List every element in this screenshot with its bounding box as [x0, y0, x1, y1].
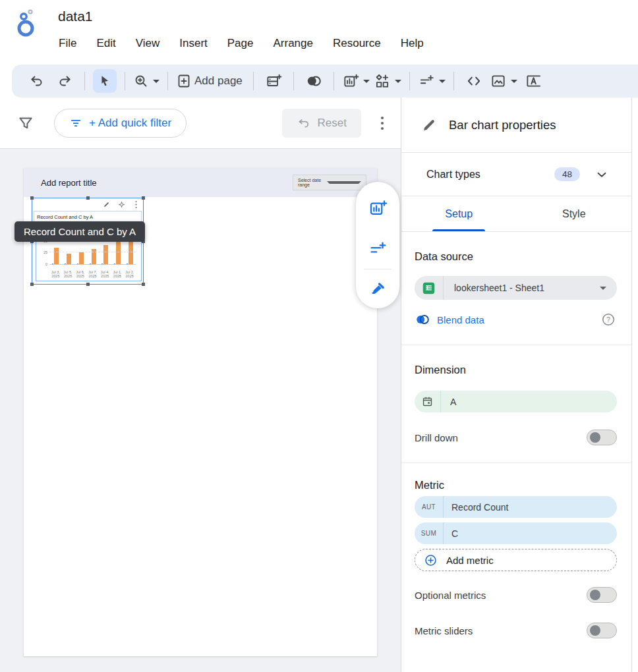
bar-c — [67, 254, 71, 264]
resize-handle[interactable] — [86, 283, 90, 286]
pencil-icon — [421, 117, 437, 133]
community-visualizations-icon — [374, 72, 391, 90]
optional-metrics-toggle[interactable] — [587, 587, 617, 603]
add-data-button[interactable] — [262, 69, 285, 93]
add-chart-icon — [368, 198, 388, 218]
redo-icon — [57, 73, 72, 89]
add-metric-button[interactable]: Add metric — [415, 549, 617, 571]
more-options-icon[interactable] — [376, 115, 389, 132]
menu-item-page[interactable]: Page — [218, 33, 264, 54]
add-image-button[interactable] — [490, 69, 517, 93]
resize-handle[interactable] — [86, 196, 90, 200]
metric-field[interactable]: AUT Record Count — [415, 496, 617, 518]
aggregation-badge[interactable]: SUM — [415, 522, 444, 544]
resize-handle[interactable] — [30, 283, 34, 286]
dimension-field[interactable]: A — [415, 391, 617, 412]
sparkle-icon[interactable] — [118, 201, 125, 208]
embed-code-icon — [465, 72, 482, 90]
resize-handle[interactable] — [30, 196, 34, 200]
tab-setup[interactable]: Setup — [401, 196, 517, 231]
metric-field[interactable]: SUM C — [415, 522, 617, 544]
chevron-down-icon[interactable] — [594, 167, 609, 182]
zoom-button[interactable] — [133, 69, 160, 93]
pill-divider — [364, 269, 392, 269]
blend-data-button[interactable] — [302, 69, 326, 93]
bar-c — [103, 245, 108, 264]
svg-text:?: ? — [606, 316, 610, 323]
select-mode-button[interactable] — [93, 69, 117, 93]
help-icon[interactable]: ? — [601, 312, 616, 327]
add-data-icon — [265, 72, 282, 90]
scrollbar-track[interactable] — [631, 98, 638, 672]
add-text-button[interactable] — [521, 69, 545, 93]
bar-record-count — [77, 264, 78, 264]
aggregation-badge[interactable]: AUT — [415, 496, 444, 518]
toolbar-divider — [453, 72, 454, 90]
community-visualizations-button[interactable] — [374, 69, 401, 93]
x-axis-label: Jul 5, 2025 — [62, 270, 74, 279]
add-chart-button[interactable] — [342, 69, 370, 93]
data-source-value: lookersheet1 - Sheet1 — [444, 283, 600, 293]
menu-item-arrange[interactable]: Arrange — [263, 33, 322, 54]
reset-undo-icon — [297, 116, 311, 130]
resize-handle[interactable] — [142, 283, 145, 286]
bar-record-count — [90, 264, 91, 264]
panel-header: Bar chart properties — [401, 98, 631, 153]
add-chart-icon — [342, 72, 359, 90]
resize-handle[interactable] — [142, 196, 145, 200]
cursor-icon — [98, 74, 112, 88]
data-source-select[interactable]: lookersheet1 - Sheet1 — [415, 276, 617, 300]
report-canvas[interactable]: Add report title Select date range — [0, 149, 401, 672]
blend-icon — [305, 72, 322, 90]
y-axis-tick: 0 — [38, 262, 47, 266]
drill-down-toggle[interactable] — [587, 430, 617, 445]
looker-studio-logo-icon[interactable] — [14, 9, 41, 39]
chart-types-label: Chart types — [426, 169, 480, 181]
widget-menu-icon[interactable] — [133, 200, 139, 209]
bar-record-count — [102, 264, 103, 264]
looker-studio-app: data1 FileEditViewInsertPageArrangeResou… — [0, 0, 638, 672]
menu-item-file[interactable]: File — [49, 33, 86, 54]
metric-label: Metric — [415, 479, 617, 491]
report-title-placeholder[interactable]: Add report title — [41, 178, 97, 188]
properties-panel: Bar chart properties Chart types 48 Setu… — [401, 98, 631, 672]
edit-pencil-icon[interactable] — [103, 201, 110, 208]
blend-data-link[interactable]: Blend data — [437, 314, 484, 325]
menu-item-resource[interactable]: Resource — [323, 33, 391, 54]
toolbar: Add page — [12, 65, 638, 98]
redo-button[interactable] — [53, 69, 76, 93]
quick-add-control-button[interactable] — [366, 237, 390, 261]
blend-icon — [415, 312, 430, 327]
bar-record-count — [114, 264, 115, 264]
caret-down-icon — [395, 80, 401, 83]
document-title[interactable]: data1 — [58, 9, 93, 24]
x-axis-label: Jul 7, 2025 — [86, 270, 99, 279]
optional-metrics-label: Optional metrics — [415, 590, 486, 601]
undo-button[interactable] — [25, 69, 49, 93]
metric-value: Record Count — [444, 502, 508, 513]
quick-add-chart-button[interactable] — [366, 196, 390, 220]
menu-item-insert[interactable]: Insert — [169, 33, 218, 54]
panel-tabs: Setup Style — [401, 196, 631, 232]
text-box-icon — [525, 72, 542, 90]
x-axis-label: Jul 2, 2025 — [123, 270, 136, 279]
quick-style-button[interactable] — [366, 277, 390, 301]
drill-down-label: Drill down — [415, 432, 458, 443]
reset-button[interactable]: Reset — [282, 109, 361, 138]
menu-item-view[interactable]: View — [126, 33, 170, 54]
tab-style[interactable]: Style — [517, 196, 632, 231]
image-icon — [490, 72, 507, 90]
add-page-button[interactable]: Add page — [176, 69, 245, 93]
filter-bar: + Add quick filter Reset — [0, 98, 401, 149]
menu-item-help[interactable]: Help — [391, 33, 434, 54]
add-control-button[interactable] — [418, 69, 446, 93]
date-range-control[interactable]: Select date range — [293, 175, 366, 190]
toolbar-divider — [293, 72, 294, 90]
add-quick-filter-button[interactable]: + Add quick filter — [54, 109, 187, 138]
embed-code-button[interactable] — [462, 69, 486, 93]
menu-item-edit[interactable]: Edit — [86, 33, 125, 54]
chart-types-row[interactable]: Chart types 48 — [401, 153, 631, 196]
metric-sliders-toggle[interactable] — [587, 623, 617, 638]
bar-c — [129, 242, 133, 264]
plus-circle-icon — [424, 553, 438, 567]
